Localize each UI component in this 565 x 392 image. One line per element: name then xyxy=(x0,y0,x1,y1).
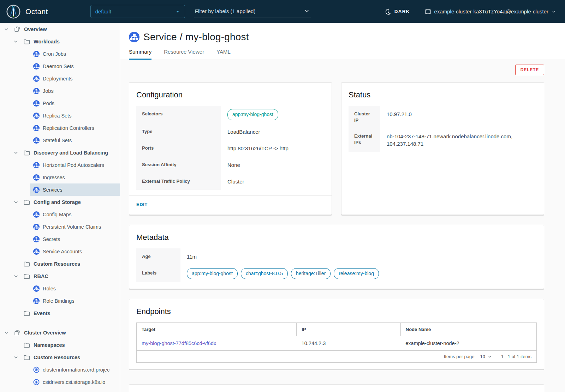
endpoints-table: Target IP Node Name my-blog-ghost-77df85… xyxy=(136,322,537,351)
sidebar-item-csidrivers[interactable]: csidrivers.csi.storage.k8s.io xyxy=(30,376,120,388)
cluster-context-icon xyxy=(425,8,431,15)
delete-button[interactable]: DELETE xyxy=(515,65,544,75)
context-label: example-cluster-ka3TuTzYo4a@example-clus… xyxy=(434,8,548,14)
config-row-session-affinity: Session Affinity None xyxy=(136,157,325,173)
octant-logo-icon xyxy=(6,5,20,19)
sidebar-item-discovery-and-load-balancing[interactable]: Discovery and Load Balancing xyxy=(0,146,120,159)
sidebar-item-replication-controllers[interactable]: Replication Controllers xyxy=(30,122,120,134)
config-row-ports: Ports http 80:31626/TCP -> http xyxy=(136,140,325,157)
pods-icon xyxy=(33,100,40,107)
chevron-down-icon[interactable] xyxy=(4,330,9,335)
octant-brand[interactable]: Octant xyxy=(6,5,48,19)
theme-toggle-button[interactable]: DARK xyxy=(384,8,410,15)
chevron-down-icon[interactable] xyxy=(13,39,19,44)
folder-icon xyxy=(24,39,30,44)
context-selector[interactable]: example-cluster-ka3TuTzYo4a@example-clus… xyxy=(425,8,556,15)
namespace-dropdown[interactable]: default xyxy=(90,5,185,18)
endpoint-ip: 10.244.2.3 xyxy=(297,336,401,351)
replication-controllers-icon xyxy=(33,125,40,131)
folder-icon xyxy=(24,150,30,156)
sidebar-item-daemon-sets[interactable]: Daemon Sets xyxy=(30,60,120,72)
secrets-icon xyxy=(33,236,40,242)
sidebar-item-replica-sets[interactable]: Replica Sets xyxy=(30,109,120,122)
chevron-down-icon xyxy=(488,355,492,359)
label-tag[interactable]: release:my-blog xyxy=(334,268,379,279)
pagination-range: 1 - 1 of 1 items xyxy=(501,354,531,359)
sidebar-item-cron-jobs[interactable]: Cron Jobs xyxy=(30,48,120,60)
hpa-icon xyxy=(33,162,40,168)
sidebar-item-deployments[interactable]: Deployments xyxy=(30,72,120,85)
chevron-down-icon[interactable] xyxy=(13,355,19,360)
octant-app: Octant default Filter by labels (1 appli… xyxy=(0,0,565,392)
sidebar-item-events[interactable]: Events xyxy=(0,307,120,319)
sidebar-item-workloads[interactable]: Workloads xyxy=(0,35,120,48)
folder-icon xyxy=(24,342,30,348)
endpoints-card: Endpoints Target IP Node Name my-blog-gh… xyxy=(129,299,544,369)
namespace-caret-icon xyxy=(176,10,180,14)
filter-chevron-icon xyxy=(304,8,309,13)
service-resource-icon xyxy=(129,32,139,42)
column-header-node-name: Node Name xyxy=(400,323,536,336)
crd-icon xyxy=(33,367,40,373)
metadata-row-labels: Labels app:my-blog-ghost chart:ghost-8.0… xyxy=(136,265,537,283)
status-card: Status Cluster IP 10.97.21.0 External IP… xyxy=(341,82,544,215)
label-filter-dropdown[interactable]: Filter by labels (1 applied) xyxy=(194,5,311,18)
tab-yaml[interactable]: YAML xyxy=(216,49,231,60)
configuration-card: Configuration Selectors app:my-blog-ghos… xyxy=(129,82,332,215)
selector-tag[interactable]: app:my-blog-ghost xyxy=(227,109,278,120)
sidebar-item-cluster-custom-resources[interactable]: Custom Resources xyxy=(0,351,120,363)
jobs-icon xyxy=(33,88,40,94)
sidebar-item-role-bindings[interactable]: Role Bindings xyxy=(30,295,120,307)
sidebar-item-secrets[interactable]: Secrets xyxy=(30,233,120,245)
sidebar-item-config-maps[interactable]: Config Maps xyxy=(30,208,120,221)
chevron-down-icon[interactable] xyxy=(13,274,19,279)
sidebar-item-service-accounts[interactable]: Service Accounts xyxy=(30,245,120,258)
table-pagination: Items per page 10 1 - 1 of 1 items xyxy=(136,351,537,363)
endpoint-target-link[interactable]: my-blog-ghost-77df85c6cd-vf6dx xyxy=(142,340,216,346)
sidebar-item-namespaces[interactable]: Namespaces xyxy=(0,339,120,351)
stateful-sets-icon xyxy=(33,137,40,144)
edit-button[interactable]: EDIT xyxy=(136,202,148,207)
sidebar-item-cluster-overview[interactable]: Cluster Overview xyxy=(0,326,120,339)
sidebar: Overview Workloads Cron Jobs Daemon Sets… xyxy=(0,23,120,392)
overview-icon xyxy=(14,330,20,336)
chevron-down-icon[interactable] xyxy=(13,200,19,205)
label-tag[interactable]: app:my-blog-ghost xyxy=(187,268,238,279)
sidebar-item-ingresses[interactable]: Ingresses xyxy=(30,171,120,183)
endpoints-title: Endpoints xyxy=(136,307,537,316)
items-per-page-select[interactable]: 10 xyxy=(480,354,492,359)
status-row-external-ips: External IPs nb-104-237-148-71.newark.no… xyxy=(349,128,537,152)
sidebar-item-config-and-storage[interactable]: Config and Storage xyxy=(0,196,120,208)
status-row-cluster-ip: Cluster IP 10.97.21.0 xyxy=(349,106,537,128)
metadata-row-age: Age 11m xyxy=(136,248,537,265)
label-tag[interactable]: chart:ghost-8.0.5 xyxy=(241,268,288,279)
metadata-title: Metadata xyxy=(136,233,537,242)
sidebar-item-jobs[interactable]: Jobs xyxy=(30,85,120,97)
label-tag[interactable]: heritage:Tiller xyxy=(291,268,331,279)
tab-resource-viewer[interactable]: Resource Viewer xyxy=(164,49,204,60)
table-row: my-blog-ghost-77df85c6cd-vf6dx 10.244.2.… xyxy=(137,336,537,351)
sidebar-item-horizontal-pod-autoscalers[interactable]: Horizontal Pod Autoscalers xyxy=(30,159,120,171)
content-header: Service / my-blog-ghost Summary Resource… xyxy=(120,23,565,60)
folder-icon xyxy=(24,310,30,316)
sidebar-item-overview[interactable]: Overview xyxy=(0,23,120,35)
sidebar-item-stateful-sets[interactable]: Stateful Sets xyxy=(30,134,120,146)
sidebar-item-services[interactable]: Services xyxy=(30,183,120,196)
sidebar-item-pods[interactable]: Pods xyxy=(30,97,120,109)
folder-icon xyxy=(24,273,30,279)
tab-summary[interactable]: Summary xyxy=(129,49,151,60)
chevron-down-icon[interactable] xyxy=(4,27,9,32)
config-row-selectors: Selectors app:my-blog-ghost xyxy=(136,106,325,123)
ingresses-icon xyxy=(33,174,40,181)
sidebar-item-custom-resources[interactable]: Custom Resources xyxy=(0,258,120,270)
sidebar-item-roles[interactable]: Roles xyxy=(30,282,120,295)
chevron-down-icon[interactable] xyxy=(13,150,19,155)
theme-toggle-label: DARK xyxy=(394,9,410,14)
daemon-sets-icon xyxy=(33,63,40,70)
configuration-title: Configuration xyxy=(136,90,325,99)
sidebar-item-rbac[interactable]: RBAC xyxy=(0,270,120,282)
moon-icon xyxy=(384,8,391,15)
sidebar-item-clusterinformations[interactable]: clusterinformations.crd.projec xyxy=(30,363,120,376)
sidebar-item-persistent-volume-claims[interactable]: Persistent Volume Claims xyxy=(30,221,120,233)
crd-icon xyxy=(33,379,40,385)
